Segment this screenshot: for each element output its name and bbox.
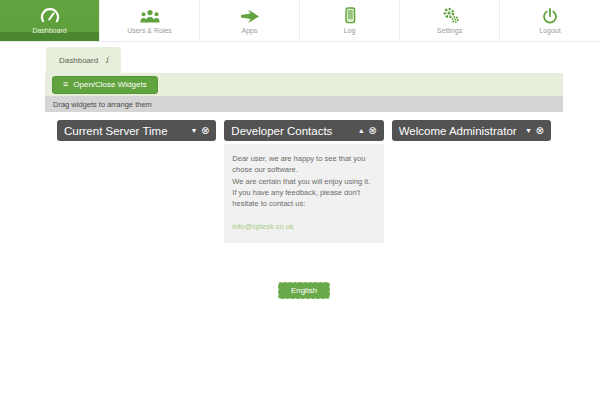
nav-item-label: Apps: [242, 27, 258, 34]
widget-current-server-time: Current Server Time ▾ ⊗: [57, 120, 216, 243]
chevron-down-icon[interactable]: ▾: [192, 127, 196, 135]
tab-label: Dashboard: [59, 56, 98, 65]
top-nav-bar: Dashboard Users & Roles Apps: [0, 0, 600, 42]
menu-icon: ≡: [63, 80, 68, 89]
open-close-widgets-label: Open/Close Widgets: [73, 80, 146, 89]
chevron-up-icon[interactable]: ▴: [359, 127, 363, 135]
dashboard-gauge-icon: [40, 7, 60, 24]
nav-item-settings[interactable]: Settings: [400, 0, 500, 41]
chevron-down-icon[interactable]: ▾: [527, 127, 531, 135]
nav-item-label: Settings: [437, 27, 462, 34]
logout-power-icon: [541, 7, 559, 24]
nav-item-dashboard[interactable]: Dashboard: [0, 0, 100, 41]
close-icon[interactable]: ⊗: [536, 126, 544, 136]
email-link[interactable]: info@iqdesk.co.uk: [232, 221, 293, 232]
nav-item-label: Logout: [539, 27, 560, 34]
widget-header[interactable]: Developer Contacts ▴ ⊗: [224, 120, 383, 141]
content-area: Dashboard i ≡ Open/Close Widgets Drag wi…: [45, 47, 563, 299]
close-icon[interactable]: ⊗: [368, 126, 376, 136]
nav-item-label: Dashboard: [32, 27, 66, 34]
info-icon: i: [105, 55, 108, 65]
nav-item-label: Log: [344, 27, 356, 34]
widget-developer-contacts: Developer Contacts ▴ ⊗ Dear user, we are…: [224, 120, 383, 243]
widget-title: Developer Contacts: [231, 125, 359, 137]
body-line: If you have any feedback, please don't h…: [232, 187, 375, 210]
widget-welcome-administrator: Welcome Administrator ▾ ⊗: [392, 120, 551, 243]
apps-arrow-icon: [240, 7, 260, 24]
widget-title: Current Server Time: [64, 125, 192, 137]
widgets-toolbar-panel: ≡ Open/Close Widgets: [45, 73, 563, 96]
language-button[interactable]: English: [278, 282, 330, 299]
widget-body: Dear user, we are happy to see that you …: [224, 144, 383, 243]
nav-item-logout[interactable]: Logout: [500, 0, 600, 41]
language-section: English: [45, 279, 563, 299]
widgets-row: Current Server Time ▾ ⊗ Developer Contac…: [45, 120, 563, 243]
tab-dashboard[interactable]: Dashboard i: [46, 47, 121, 73]
nav-item-log[interactable]: Log: [300, 0, 400, 41]
nav-item-users-roles[interactable]: Users & Roles: [100, 0, 200, 41]
drag-hint-bar: Drag widgets to arrange them: [45, 96, 563, 112]
nav-item-apps[interactable]: Apps: [200, 0, 300, 41]
widget-header[interactable]: Current Server Time ▾ ⊗: [57, 120, 216, 141]
nav-item-label: Users & Roles: [127, 27, 172, 34]
drag-hint-text: Drag widgets to arrange them: [53, 100, 152, 109]
body-line: We are certain that you will enjoy using…: [232, 176, 375, 187]
close-icon[interactable]: ⊗: [201, 126, 209, 136]
log-device-icon: [340, 7, 360, 24]
widget-header[interactable]: Welcome Administrator ▾ ⊗: [392, 120, 551, 141]
body-line: Dear user, we are happy to see that you …: [232, 153, 375, 176]
open-close-widgets-button[interactable]: ≡ Open/Close Widgets: [52, 76, 158, 94]
users-icon: [139, 7, 161, 24]
widget-title: Welcome Administrator: [399, 125, 527, 137]
settings-gears-icon: [440, 7, 460, 24]
